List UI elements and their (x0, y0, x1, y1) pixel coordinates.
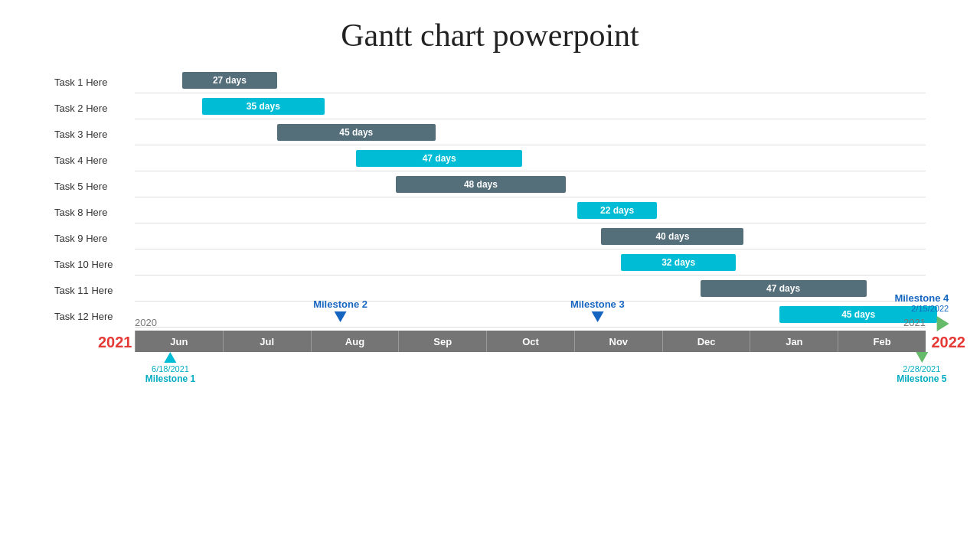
gantt-bar: 47 days (356, 150, 522, 167)
chart-wrapper: Task 1 HereTask 2 HereTask 3 HereTask 4 … (0, 67, 980, 407)
milestone-triangle-down-green (916, 352, 928, 363)
gantt-row: 22 days (135, 197, 926, 223)
year-current-right: 2022 (932, 334, 966, 351)
gantt-bar: 45 days (277, 124, 436, 141)
milestone-label: Milestone 3 (570, 298, 625, 310)
gantt-bar: 47 days (701, 280, 867, 297)
timeline-month: Jul (223, 331, 311, 352)
timeline-axis: JunJulAugSepOctNovDecJanFeb (135, 331, 926, 352)
task-label: Task 11 Here (54, 277, 135, 303)
milestone-triangle-up (164, 352, 176, 363)
gantt-bar: 22 days (577, 202, 656, 219)
task-label: Task 12 Here (54, 303, 135, 329)
page-title: Gantt chart powerpoint (0, 0, 980, 61)
gantt-bar: 35 days (202, 98, 325, 115)
gantt-row: 47 days (135, 145, 926, 171)
gantt-area: 27 days35 days45 days47 days48 days22 da… (135, 67, 926, 407)
task-label: Task 9 Here (54, 225, 135, 251)
milestone-label: Milestone 2 (313, 298, 368, 310)
milestone-below: 2/28/2021Milestone 5 (897, 352, 946, 384)
milestone-date: 2/15/2022 (911, 304, 949, 313)
timeline-month: Nov (574, 331, 662, 352)
task-label: Task 5 Here (54, 173, 135, 199)
milestone-label: Milestone 5 (897, 373, 946, 384)
gantt-row: 48 days (135, 171, 926, 197)
milestone-triangle-down (335, 311, 347, 322)
timeline-container: 2020 2021 2021 2022 JunJulAugSepOctNovDe… (135, 331, 926, 407)
milestone-label: Milestone 1 (145, 373, 195, 384)
task-label: Task 2 Here (54, 95, 135, 121)
timeline-month: Feb (838, 331, 926, 352)
gantt-bar: 27 days (182, 72, 277, 89)
milestone-date: 2/28/2021 (903, 364, 940, 373)
gantt-row: 32 days (135, 249, 926, 276)
milestone-triangle-down (591, 311, 603, 322)
milestone-label: Milestone 4 (894, 292, 949, 304)
gantt-row: 47 days (135, 276, 926, 302)
task-label: Task 1 Here (54, 69, 135, 95)
task-label: Task 4 Here (54, 147, 135, 173)
task-label: Task 8 Here (54, 199, 135, 225)
gantt-row: 35 days (135, 93, 926, 119)
year-label-left: 2020 (135, 317, 157, 328)
task-label: Task 3 Here (54, 121, 135, 147)
timeline-month: Oct (486, 331, 574, 352)
gantt-row: 40 days (135, 223, 926, 249)
year-current-left: 2021 (98, 334, 132, 351)
task-label: Task 10 Here (54, 251, 135, 277)
milestone-above: Milestone 2 (313, 298, 368, 322)
gantt-row: 27 days (135, 67, 926, 93)
timeline-month: Aug (311, 331, 399, 352)
milestone-triangle (936, 316, 949, 331)
milestone-above: Milestone 3 (570, 298, 625, 322)
gantt-row: 45 days (135, 119, 926, 145)
timeline-month: Sep (398, 331, 486, 352)
gantt-row: 45 days (135, 302, 926, 328)
chart-container: Task 1 HereTask 2 HereTask 3 HereTask 4 … (42, 67, 938, 407)
gantt-bar: 32 days (621, 254, 736, 271)
gantt-bar: 40 days (601, 228, 743, 245)
milestone-above: Milestone 42/15/2022 (894, 292, 949, 333)
timeline-month: Jan (750, 331, 838, 352)
milestone-below: 6/18/2021Milestone 1 (145, 352, 195, 384)
milestone-date: 6/18/2021 (152, 364, 189, 373)
task-labels: Task 1 HereTask 2 HereTask 3 HereTask 4 … (54, 67, 135, 407)
gantt-bar: 48 days (396, 176, 566, 193)
timeline-month: Jun (135, 331, 223, 352)
timeline-month: Dec (662, 331, 750, 352)
